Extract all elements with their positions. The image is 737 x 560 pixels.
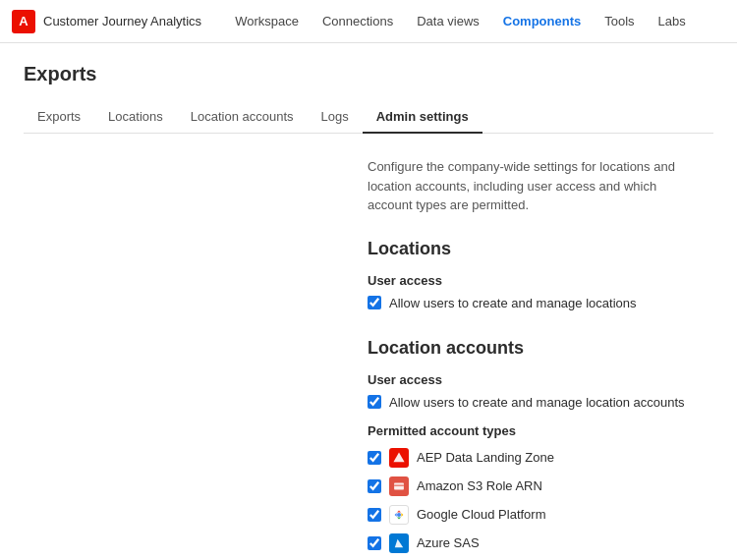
nav-dataviews[interactable]: Data views [407, 10, 489, 32]
aep-icon [389, 448, 409, 468]
s3-checkbox[interactable] [368, 479, 381, 493]
svg-marker-4 [395, 538, 403, 546]
tab-locations[interactable]: Locations [94, 101, 177, 134]
account-type-s3: Amazon S3 Role ARN [368, 476, 694, 496]
tab-logs[interactable]: Logs [308, 101, 363, 134]
locations-user-access-label: User access [368, 273, 694, 288]
location-accounts-allow-label: Allow users to create and manage locatio… [389, 395, 685, 410]
nav-components[interactable]: Components [493, 10, 591, 32]
azure-sas-icon [389, 533, 409, 553]
page-title: Exports [24, 63, 713, 85]
app-brand: Customer Journey Analytics [43, 14, 201, 28]
tab-admin-settings[interactable]: Admin settings [363, 101, 482, 134]
svg-rect-1 [394, 482, 404, 489]
azure-sas-label: Azure SAS [417, 535, 480, 550]
gcp-checkbox[interactable] [368, 508, 381, 522]
aep-checkbox[interactable] [368, 451, 381, 465]
gcp-label: Google Cloud Platform [417, 507, 546, 522]
svg-point-3 [397, 513, 401, 517]
s3-icon [389, 476, 409, 496]
page-container: Exports Exports Locations Location accou… [0, 43, 737, 560]
left-panel [24, 134, 348, 560]
location-accounts-heading: Location accounts [368, 338, 694, 359]
aep-label: AEP Data Landing Zone [417, 450, 554, 465]
main-content: Configure the company-wide settings for … [24, 134, 713, 560]
tab-exports[interactable]: Exports [24, 101, 94, 134]
description-text: Configure the company-wide settings for … [368, 157, 694, 215]
app-logo-icon: A [12, 10, 35, 33]
location-accounts-allow-checkbox[interactable] [368, 395, 381, 409]
gcp-icon [389, 505, 409, 525]
nav-labs[interactable]: Labs [649, 10, 696, 32]
locations-allow-row: Allow users to create and manage locatio… [368, 296, 694, 310]
location-accounts-allow-row: Allow users to create and manage locatio… [368, 395, 694, 410]
tabs-bar: Exports Locations Location accounts Logs… [24, 101, 713, 134]
nav-connections[interactable]: Connections [312, 10, 403, 32]
nav-items: Workspace Connections Data views Compone… [225, 10, 696, 32]
locations-allow-label: Allow users to create and manage locatio… [389, 296, 636, 310]
location-accounts-section: Location accounts User access Allow user… [368, 338, 694, 561]
account-type-aep: AEP Data Landing Zone [368, 448, 694, 468]
locations-heading: Locations [368, 239, 694, 259]
nav-workspace[interactable]: Workspace [225, 10, 309, 32]
permitted-account-types-label: Permitted account types [368, 423, 694, 438]
azure-sas-checkbox[interactable] [368, 536, 381, 550]
account-type-gcp: Google Cloud Platform [368, 505, 694, 525]
nav-logo[interactable]: A Customer Journey Analytics [12, 10, 201, 33]
account-type-azure-sas: Azure SAS [368, 533, 694, 553]
s3-label: Amazon S3 Role ARN [417, 478, 542, 493]
right-panel: Configure the company-wide settings for … [348, 134, 713, 560]
location-accounts-user-access-label: User access [368, 372, 694, 387]
svg-rect-2 [394, 484, 404, 485]
locations-section: Locations User access Allow users to cre… [368, 239, 694, 310]
top-nav: A Customer Journey Analytics Workspace C… [0, 0, 737, 43]
tab-location-accounts[interactable]: Location accounts [177, 101, 308, 134]
nav-tools[interactable]: Tools [595, 10, 644, 32]
locations-allow-checkbox[interactable] [368, 296, 381, 309]
svg-marker-0 [393, 452, 404, 462]
